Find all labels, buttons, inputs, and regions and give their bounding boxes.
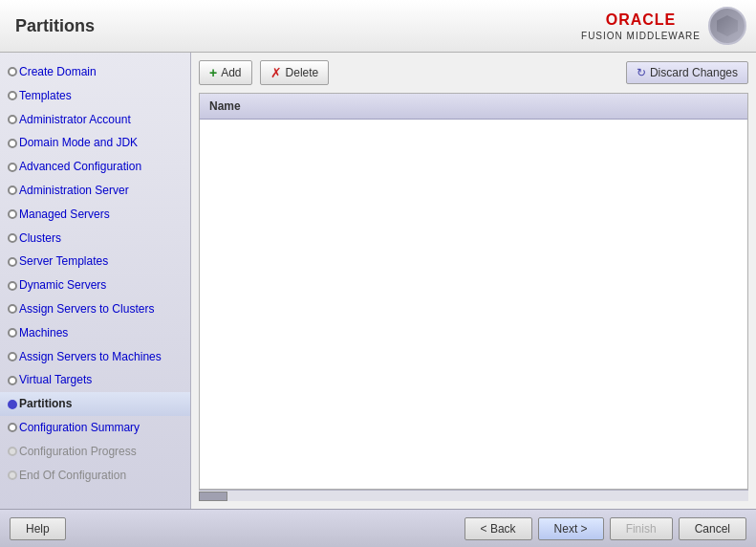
discard-icon: ↻	[637, 66, 646, 79]
sidebar-label-end-of-configuration: End Of Configuration	[19, 468, 126, 484]
table-column-name: Name	[200, 94, 747, 120]
delete-label: Delete	[286, 66, 319, 79]
sidebar-dot-domain-mode-jdk	[8, 139, 17, 148]
content-area: + Add ✗ Delete ↻ Discard Changes Name	[191, 53, 756, 509]
sidebar-item-clusters[interactable]: Clusters	[0, 227, 190, 251]
sidebar-link-machines[interactable]: Machines	[19, 325, 68, 341]
sidebar-link-templates[interactable]: Templates	[19, 88, 72, 104]
oracle-branding: ORACLE FUSION MIDDLEWARE	[581, 11, 701, 41]
sidebar-item-configuration-progress: Configuration Progress	[0, 440, 190, 464]
sidebar-item-create-domain[interactable]: Create Domain	[0, 60, 190, 84]
sidebar-dot-advanced-configuration	[8, 163, 17, 172]
sidebar-item-administration-server[interactable]: Administration Server	[0, 179, 190, 203]
sidebar-item-domain-mode-jdk[interactable]: Domain Mode and JDK	[0, 131, 190, 155]
sidebar-dot-managed-servers	[8, 209, 17, 219]
add-label: Add	[221, 66, 241, 79]
sidebar-dot-configuration-summary	[8, 423, 17, 432]
back-button[interactable]: < Back	[464, 517, 532, 540]
partitions-table: Name	[199, 93, 748, 490]
discard-changes-button[interactable]: ↻ Discard Changes	[626, 61, 748, 84]
sidebar-dot-assign-servers-to-machines	[8, 352, 17, 361]
sidebar-link-virtual-targets[interactable]: Virtual Targets	[19, 372, 92, 388]
sidebar-dot-machines	[8, 328, 17, 338]
discard-label: Discard Changes	[650, 66, 738, 79]
horizontal-scrollbar[interactable]	[199, 490, 748, 501]
sidebar-dot-dynamic-servers	[8, 281, 17, 291]
main-container: Create DomainTemplatesAdministrator Acco…	[0, 53, 756, 509]
sidebar-link-assign-servers-to-machines[interactable]: Assign Servers to Machines	[19, 349, 162, 365]
sidebar-link-configuration-summary[interactable]: Configuration Summary	[19, 420, 140, 436]
sidebar-link-server-templates[interactable]: Server Templates	[19, 253, 108, 270]
sidebar-link-administration-server[interactable]: Administration Server	[19, 183, 129, 199]
oracle-hexagon-icon	[717, 15, 738, 36]
add-button[interactable]: + Add	[199, 60, 252, 85]
sidebar-dot-assign-servers-to-clusters	[8, 304, 17, 314]
sidebar-link-managed-servers[interactable]: Managed Servers	[19, 207, 110, 223]
oracle-name: ORACLE	[606, 11, 677, 29]
footer: Help < Back Next > Finish Cancel	[0, 509, 756, 547]
sidebar-item-administrator-account[interactable]: Administrator Account	[0, 108, 190, 132]
oracle-icon	[708, 7, 746, 45]
sidebar-link-administrator-account[interactable]: Administrator Account	[19, 112, 131, 128]
delete-icon: ✗	[270, 65, 282, 80]
sidebar-dot-configuration-progress	[8, 447, 17, 456]
sidebar-dot-end-of-configuration	[8, 470, 17, 480]
sidebar-link-domain-mode-jdk[interactable]: Domain Mode and JDK	[19, 135, 138, 151]
sidebar-item-end-of-configuration: End Of Configuration	[0, 464, 190, 488]
sidebar-dot-partitions	[8, 400, 17, 409]
sidebar-item-server-templates[interactable]: Server Templates	[0, 250, 190, 274]
sidebar-item-templates[interactable]: Templates	[0, 84, 190, 108]
sidebar-dot-virtual-targets	[8, 376, 17, 385]
sidebar-label-configuration-progress: Configuration Progress	[19, 444, 137, 460]
sidebar-dot-clusters	[8, 233, 17, 243]
sidebar-item-assign-servers-to-machines[interactable]: Assign Servers to Machines	[0, 345, 190, 369]
next-button[interactable]: Next >	[538, 517, 604, 540]
sidebar-label-partitions: Partitions	[19, 396, 72, 412]
sidebar-link-dynamic-servers[interactable]: Dynamic Servers	[19, 277, 106, 294]
sidebar-item-virtual-targets[interactable]: Virtual Targets	[0, 368, 190, 392]
sidebar-item-assign-servers-to-clusters[interactable]: Assign Servers to Clusters	[0, 297, 190, 321]
sidebar-item-managed-servers[interactable]: Managed Servers	[0, 203, 190, 227]
sidebar: Create DomainTemplatesAdministrator Acco…	[0, 53, 191, 509]
footer-nav-buttons: < Back Next > Finish Cancel	[464, 517, 746, 540]
toolbar: + Add ✗ Delete ↻ Discard Changes	[199, 60, 748, 85]
cancel-button[interactable]: Cancel	[679, 517, 746, 540]
sidebar-link-advanced-configuration[interactable]: Advanced Configuration	[19, 159, 141, 175]
sidebar-link-assign-servers-to-clusters[interactable]: Assign Servers to Clusters	[19, 301, 154, 317]
table-body	[200, 120, 747, 311]
finish-button[interactable]: Finish	[610, 517, 673, 540]
sidebar-item-configuration-summary[interactable]: Configuration Summary	[0, 416, 190, 440]
oracle-logo: ORACLE FUSION MIDDLEWARE	[581, 7, 746, 45]
sidebar-link-create-domain[interactable]: Create Domain	[19, 64, 97, 80]
page-title: Partitions	[15, 16, 95, 36]
sidebar-dot-server-templates	[8, 257, 17, 267]
sidebar-dot-create-domain	[8, 67, 17, 77]
delete-button[interactable]: ✗ Delete	[260, 60, 330, 85]
sidebar-item-machines[interactable]: Machines	[0, 321, 190, 345]
scrollbar-thumb[interactable]	[199, 492, 227, 501]
sidebar-link-clusters[interactable]: Clusters	[19, 230, 61, 247]
sidebar-dot-administrator-account	[8, 115, 17, 124]
sidebar-item-advanced-configuration[interactable]: Advanced Configuration	[0, 155, 190, 179]
sidebar-item-dynamic-servers[interactable]: Dynamic Servers	[0, 274, 190, 297]
sidebar-dot-templates	[8, 91, 17, 100]
fusion-middleware-text: FUSION MIDDLEWARE	[581, 31, 701, 41]
plus-icon: +	[209, 65, 217, 80]
header: Partitions ORACLE FUSION MIDDLEWARE	[0, 0, 756, 53]
help-button[interactable]: Help	[10, 517, 66, 540]
sidebar-dot-administration-server	[8, 186, 17, 195]
sidebar-item-partitions[interactable]: Partitions	[0, 392, 190, 416]
